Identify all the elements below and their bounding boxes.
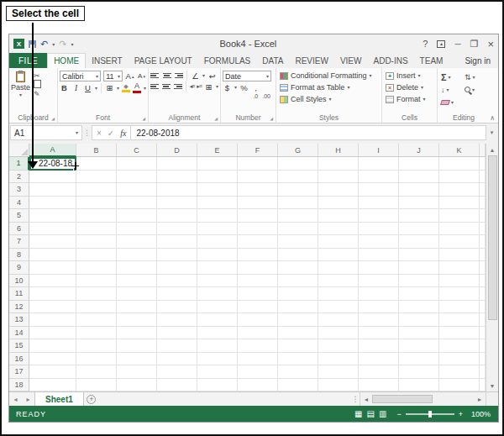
cell-J15[interactable] — [399, 339, 439, 353]
cell-C10[interactable] — [117, 275, 157, 288]
increase-indent-button[interactable]: ▸≡ — [197, 83, 202, 90]
cell-C4[interactable] — [117, 197, 157, 210]
cell-I2[interactable] — [359, 171, 399, 184]
cell-G4[interactable] — [278, 197, 318, 210]
cell-F16[interactable] — [238, 353, 278, 366]
cell-J18[interactable] — [399, 379, 439, 392]
tab-home[interactable]: HOME — [47, 53, 86, 68]
cell-A4[interactable] — [29, 197, 76, 210]
cell-K15[interactable] — [439, 339, 480, 353]
cell-A18[interactable] — [29, 379, 76, 392]
cell-J2[interactable] — [399, 171, 439, 184]
cell-J8[interactable] — [399, 249, 439, 262]
cell-E7[interactable] — [197, 235, 238, 249]
cell-B15[interactable] — [76, 339, 117, 353]
row-header-6[interactable]: 6 — [9, 223, 29, 236]
sheet-nav-next-icon[interactable]: ▸ — [22, 392, 34, 406]
cell-C1[interactable] — [117, 157, 157, 171]
cell-J12[interactable] — [399, 301, 439, 314]
cell-B9[interactable] — [76, 261, 117, 275]
cell-F1[interactable] — [238, 157, 278, 171]
cell-E6[interactable] — [197, 223, 238, 236]
cell-C18[interactable] — [117, 379, 157, 392]
cell-I17[interactable] — [359, 365, 399, 379]
name-box[interactable]: A1 ▾ — [10, 125, 82, 140]
page-layout-view-icon[interactable]: ▤ — [367, 409, 375, 418]
cell-I16[interactable] — [359, 353, 399, 366]
cell-C7[interactable] — [117, 235, 157, 249]
vertical-scroll-thumb[interactable] — [488, 155, 497, 320]
cell-H9[interactable] — [318, 261, 359, 275]
cell-J17[interactable] — [399, 365, 439, 379]
cell-D16[interactable] — [157, 353, 197, 366]
underline-button[interactable]: U — [83, 83, 92, 93]
cell-J7[interactable] — [399, 235, 439, 249]
row-header-12[interactable]: 12 — [9, 301, 29, 314]
cell-B12[interactable] — [76, 301, 117, 314]
cell-A6[interactable] — [29, 223, 76, 236]
cell-D13[interactable] — [157, 313, 197, 327]
cell-B4[interactable] — [76, 197, 117, 210]
row-header-14[interactable]: 14 — [9, 327, 29, 340]
comma-button[interactable]: , — [251, 82, 260, 92]
cell-F9[interactable] — [238, 261, 278, 275]
row-header-9[interactable]: 9 — [9, 261, 29, 275]
column-header-D[interactable]: D — [157, 144, 197, 157]
cell-J3[interactable] — [399, 183, 439, 197]
cell-E8[interactable] — [197, 249, 238, 262]
cell-I12[interactable] — [359, 301, 399, 314]
cell-C12[interactable] — [117, 301, 157, 314]
cells-format-button[interactable]: Format▾ — [384, 93, 435, 105]
cell-I5[interactable] — [359, 209, 399, 223]
cancel-button[interactable]: × — [97, 129, 102, 138]
sort-filter-button[interactable]: ⇅▾ — [463, 73, 486, 81]
expand-formula-bar-icon[interactable]: ▾ — [486, 129, 497, 136]
cell-A2[interactable] — [29, 171, 76, 184]
tab-file[interactable]: FILE — [9, 53, 47, 68]
cell-F18[interactable] — [238, 379, 278, 392]
redo-button[interactable]: ↷ — [59, 39, 66, 49]
cell-C15[interactable] — [117, 339, 157, 353]
font-color-button[interactable]: A — [133, 82, 141, 93]
cell-A8[interactable] — [29, 249, 76, 262]
cell-E16[interactable] — [197, 353, 238, 366]
new-sheet-button[interactable]: + — [84, 392, 99, 406]
cell-F5[interactable] — [238, 209, 278, 223]
alignment-dialog-launcher[interactable]: ◢ — [214, 116, 218, 121]
cell-I4[interactable] — [359, 197, 399, 210]
cell-D6[interactable] — [157, 223, 197, 236]
name-box-dropdown-icon[interactable]: ▾ — [76, 130, 78, 135]
cell-G16[interactable] — [278, 353, 318, 366]
format-painter-button[interactable]: ✎ — [34, 90, 41, 98]
align-bottom-button[interactable] — [174, 73, 183, 79]
row-header-3[interactable]: 3 — [9, 183, 29, 197]
cell-D12[interactable] — [157, 301, 197, 314]
cell-J6[interactable] — [399, 223, 439, 236]
cell-F8[interactable] — [238, 249, 278, 262]
row-header-18[interactable]: 18 — [9, 379, 29, 392]
cell-K5[interactable] — [439, 209, 480, 223]
bold-button[interactable]: B — [60, 83, 69, 93]
cell-D17[interactable] — [157, 365, 197, 379]
cell-C5[interactable] — [117, 209, 157, 223]
row-header-15[interactable]: 15 — [9, 339, 29, 353]
cell-H4[interactable] — [318, 197, 359, 210]
cell-K4[interactable] — [439, 197, 480, 210]
cell-A15[interactable] — [29, 339, 76, 353]
cell-I11[interactable] — [359, 287, 399, 301]
cut-button[interactable]: ✂ — [34, 71, 41, 80]
cell-D2[interactable] — [157, 171, 197, 184]
borders-button[interactable]: ⊞ — [105, 83, 114, 93]
row-header-11[interactable]: 11 — [9, 287, 29, 301]
tab-view[interactable]: VIEW — [334, 53, 368, 68]
cell-K6[interactable] — [439, 223, 480, 236]
minimize-button[interactable]: ─ — [454, 39, 460, 49]
row-header-16[interactable]: 16 — [9, 353, 29, 366]
cell-B1[interactable] — [76, 157, 117, 171]
cell-A9[interactable] — [29, 261, 76, 275]
cell-G5[interactable] — [278, 209, 318, 223]
cell-I10[interactable] — [359, 275, 399, 288]
sign-in-link[interactable]: Sign in — [465, 53, 498, 68]
cell-K2[interactable] — [439, 171, 480, 184]
cell-A12[interactable] — [29, 301, 76, 314]
